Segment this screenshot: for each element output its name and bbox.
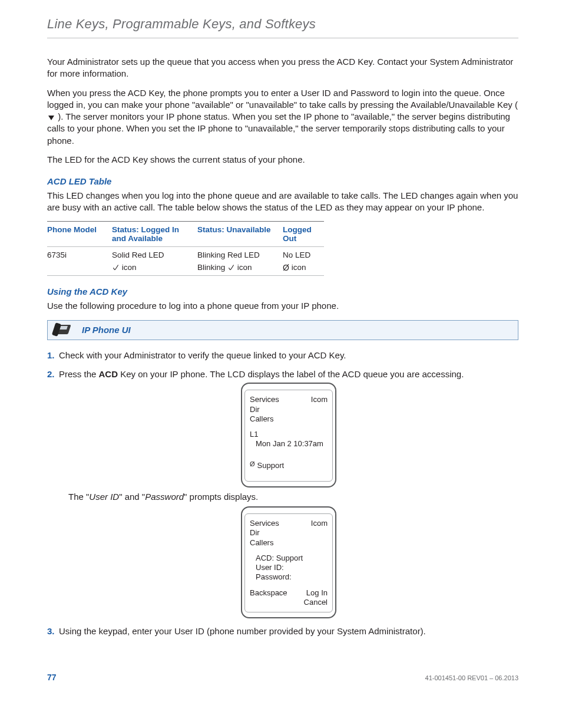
step-number: 1. <box>47 350 55 361</box>
th-unavailable: Status: Unavailable <box>197 221 283 246</box>
step-number: 2. <box>47 368 55 380</box>
lcd-label: Icom <box>311 519 328 528</box>
triangle-down-icon <box>48 116 54 120</box>
step-number: 3. <box>47 625 55 637</box>
lcd-label: Callers <box>250 538 273 548</box>
cell-model: 6735i <box>47 246 112 263</box>
cell-unavailable-icon: Blinking icon <box>197 263 283 276</box>
callout-label: IP Phone UI <box>82 325 131 335</box>
blinking-prefix: Blinking <box>197 263 225 272</box>
page-title: Line Keys, Programmable Keys, and Softke… <box>47 17 518 32</box>
lcd-screen: Services Icom Dir Callers ACD: Support U… <box>241 506 336 618</box>
lcd-label: ACD: Support <box>256 554 303 563</box>
list-item: 1. Check with your Administrator to veri… <box>47 350 518 361</box>
lcd-label: Services <box>250 519 279 528</box>
table-row: 6735i Solid Red LED Blinking Red LED No … <box>47 246 324 263</box>
check-icon <box>227 263 235 271</box>
ip-phone-ui-callout: IP Phone UI <box>47 320 518 340</box>
paragraph: Your Administrator sets up the queue tha… <box>47 56 518 80</box>
text-italic: Password <box>145 492 184 502</box>
body-content: Your Administrator sets up the queue tha… <box>47 56 518 637</box>
th-logged-out: Logged Out <box>283 221 324 246</box>
page-number: 77 <box>47 673 57 682</box>
step-text: Check with your Administrator to verify … <box>59 350 346 360</box>
lcd-label: L1 <box>250 430 258 439</box>
text-italic: User ID <box>89 492 119 502</box>
lcd-softkey: Log In <box>306 588 328 598</box>
text-run: " prompts displays. <box>184 492 258 502</box>
lcd-label: Support <box>257 461 285 470</box>
text-run: When you press the ACD Key, the phone pr… <box>47 88 518 110</box>
lcd-softkey: Cancel <box>304 598 328 607</box>
icon-label: icon <box>292 263 306 272</box>
page-footer: 77 41-001451-00 REV01 – 06.2013 <box>47 673 518 682</box>
cell-out-icon: Ø icon <box>283 263 324 276</box>
heading-using-acd: Using the ACD Key <box>47 286 518 297</box>
lcd-screen: Services Icom Dir Callers L1 Mon Jan 2 1… <box>241 383 336 487</box>
document-page: Line Keys, Programmable Keys, and Softke… <box>0 0 562 728</box>
paragraph: This LED changes when you log into the p… <box>47 190 518 214</box>
lcd-datetime: Mon Jan 2 10:37am <box>256 439 323 449</box>
text-run: ). The server monitors your IP phone sta… <box>47 111 510 146</box>
step-text: Using the keypad, enter your User ID (ph… <box>59 626 426 636</box>
header-rule <box>47 38 518 38</box>
lcd-label: Callers <box>250 414 273 424</box>
doc-id: 41-001451-00 REV01 – 06.2013 <box>425 674 518 681</box>
cell-available-led: Solid Red LED <box>112 246 197 263</box>
text-run: The " <box>68 492 89 502</box>
list-item: 3. Using the keypad, enter your User ID … <box>47 625 518 637</box>
icon-label: icon <box>237 263 252 272</box>
acd-led-table: Phone Model Status: Logged In and Availa… <box>47 221 324 276</box>
phone-icon <box>54 323 74 337</box>
table-row: icon Blinking icon Ø icon <box>47 263 324 276</box>
text-run: Key on your IP phone. The LCD displays t… <box>118 369 464 379</box>
lcd-softkey: Backspace <box>250 588 287 598</box>
cell-unavailable-led: Blinking Red LED <box>197 246 283 263</box>
paragraph: Use the following procedure to log into … <box>47 300 518 312</box>
heading-acd-led-table: ACD LED Table <box>47 176 518 186</box>
list-item: 2. Press the ACD Key on your IP phone. T… <box>47 368 518 618</box>
slash-zero-icon: Ø <box>283 263 289 272</box>
cell-out-led: No LED <box>283 246 324 263</box>
lcd-label: Dir <box>250 405 260 414</box>
lcd-label: Services <box>250 395 279 404</box>
lcd-label: Dir <box>250 528 260 538</box>
step-text: Press the ACD Key on your IP phone. The … <box>59 369 464 379</box>
slash-zero-icon: Ø <box>250 461 255 470</box>
steps-list: 1. Check with your Administrator to veri… <box>47 350 518 638</box>
text-run: " and " <box>119 492 145 502</box>
lcd-label: User ID: <box>256 563 284 572</box>
lcd-label: Password: <box>256 572 292 582</box>
cell-available-icon: icon <box>112 263 197 276</box>
th-model: Phone Model <box>47 221 112 246</box>
th-available: Status: Logged In and Available <box>112 221 197 246</box>
lcd-label: Icom <box>311 395 328 404</box>
check-icon <box>112 263 120 271</box>
paragraph: The "User ID" and "Password" prompts dis… <box>68 491 518 503</box>
text-bold: ACD <box>99 369 118 379</box>
icon-label: icon <box>122 263 137 272</box>
paragraph: The LED for the ACD Key shows the curren… <box>47 154 518 166</box>
text-run: Press the <box>59 369 99 379</box>
paragraph: When you press the ACD Key, the phone pr… <box>47 87 518 147</box>
